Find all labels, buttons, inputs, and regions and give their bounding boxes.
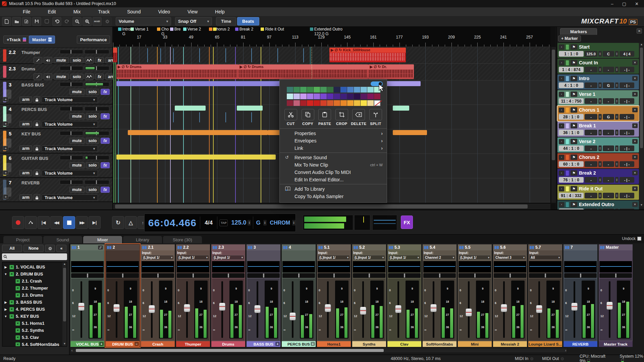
channel-strip[interactable]: 5.5 Input: (L)Input 1/ ▾ 0 6 xyxy=(458,244,492,347)
marker-key-field[interactable]: G xyxy=(603,82,614,88)
key-spinner[interactable]: ▲▼ xyxy=(615,98,619,104)
marker-position-field[interactable]: 76 : 1 : 0 xyxy=(559,177,584,183)
audio-clip[interactable] xyxy=(393,130,427,135)
marker-expand-button[interactable]: › xyxy=(559,92,564,97)
track-row[interactable]: 3 BASS BUS mute solo fx arm ▾ xyxy=(0,80,112,105)
fader-track[interactable] xyxy=(362,281,364,338)
save-project-icon[interactable] xyxy=(32,17,41,26)
key-spinner[interactable]: ▲▼ xyxy=(615,67,619,72)
eq-display[interactable] xyxy=(529,261,561,273)
mute-button[interactable]: mute xyxy=(69,113,85,119)
time-mode-button[interactable]: Time xyxy=(216,17,236,25)
marker-timesig-field[interactable]: - | - xyxy=(620,177,634,183)
input-dropdown[interactable]: (L)Input 1/ ▾ xyxy=(318,255,350,260)
fast-forward-button[interactable]: ▶▶ xyxy=(76,216,88,229)
marker-key-field[interactable]: - xyxy=(603,98,614,104)
channel-strip[interactable]: 1 Input: ▾ 0 6 12 xyxy=(70,244,105,347)
lock-icon[interactable] xyxy=(34,145,40,152)
eq-display[interactable] xyxy=(423,261,456,273)
arm-button[interactable]: arm xyxy=(19,121,32,127)
input-dropdown[interactable]: (L)Input 1/ ▾ xyxy=(353,255,385,260)
marker-delete-icon[interactable]: ✕ xyxy=(632,155,638,160)
zoom-in-icon[interactable] xyxy=(83,17,92,26)
fx-button[interactable]: fx xyxy=(101,89,110,95)
marker-tempo-field[interactable]: - xyxy=(585,82,597,88)
solo-button[interactable]: solo xyxy=(70,74,84,80)
color-swatch[interactable] xyxy=(361,100,367,106)
strip-matrix-icon[interactable] xyxy=(98,245,103,250)
pan-slider[interactable] xyxy=(494,273,526,278)
channel-strip[interactable]: 2.1 Input: (L)Input 1/ ▾ 0 6 xyxy=(141,244,175,347)
channel-name-label[interactable]: Lounge Lizard S... xyxy=(528,341,562,347)
expand-bus-button[interactable]: − xyxy=(135,342,139,346)
color-swatch[interactable] xyxy=(347,100,354,106)
speaker-icon[interactable] xyxy=(44,73,52,80)
fader-handle[interactable] xyxy=(254,305,261,313)
expand-bus-button[interactable]: + xyxy=(311,342,315,346)
eq-display[interactable] xyxy=(494,261,526,273)
tap-tempo-button[interactable]: TAP xyxy=(219,220,228,226)
fader-track[interactable] xyxy=(80,281,82,338)
track-volume-slider[interactable] xyxy=(60,66,83,70)
fader-track[interactable] xyxy=(574,281,575,338)
color-swatch[interactable] xyxy=(307,94,313,99)
menu-item-track[interactable]: Track xyxy=(98,9,109,14)
pan-slider[interactable] xyxy=(599,273,632,278)
menu-item[interactable]: ↺ Reverse Sound xyxy=(280,154,387,161)
tab-sound[interactable]: Sound xyxy=(43,236,82,243)
minimize-button[interactable]: – xyxy=(611,1,613,6)
channel-name-label[interactable]: Drums xyxy=(211,341,245,347)
color-swatch[interactable] xyxy=(334,94,340,99)
master-track-button[interactable]: Master xyxy=(29,36,55,44)
strip-header[interactable]: 5.4 xyxy=(423,244,457,250)
track-volume-slider[interactable] xyxy=(60,82,83,86)
automation-param-dropdown[interactable]: Track Volume ▾ xyxy=(42,121,98,127)
marker-timesig-field[interactable]: - | - xyxy=(620,82,634,88)
marker-timesig-field[interactable]: 4 | 4 xyxy=(620,51,634,57)
marker-delete-icon[interactable]: ✕ xyxy=(632,123,638,128)
automation-param-dropdown[interactable]: Track Volume ▾ xyxy=(42,170,98,176)
select-all-button[interactable]: All xyxy=(2,245,22,252)
loop-button[interactable]: ↻ xyxy=(112,216,124,229)
key-spinner[interactable]: ▲▼ xyxy=(615,114,619,120)
color-swatch[interactable] xyxy=(334,87,340,93)
menu-item[interactable]: Mix To New Clip ctrl + W xyxy=(280,161,387,169)
tempo-spinner[interactable]: ▲▼ xyxy=(248,220,251,226)
markers-scrollbar[interactable]: ▲▼ xyxy=(639,43,644,207)
cut-button[interactable]: CUT xyxy=(283,109,299,126)
automation-param-dropdown[interactable]: Track Volume ▾ xyxy=(42,194,98,201)
tree-checkbox[interactable]: ✕ xyxy=(9,307,14,312)
solo-button[interactable]: solo xyxy=(86,162,100,168)
channel-name-label[interactable]: DRUM BUS − xyxy=(106,341,140,347)
record-button[interactable] xyxy=(12,216,24,229)
fader-track[interactable] xyxy=(257,281,258,338)
color-swatch[interactable] xyxy=(361,94,367,99)
tree-item[interactable]: ▶ ✕ 1. VOCAL BUS xyxy=(2,263,67,270)
marker-row[interactable]: › ⚑ Start ✕ 1 : 1 : 0 125.0 ▲▼ C ▲▼ 4 | … xyxy=(557,43,639,58)
fx-button[interactable]: fx xyxy=(95,74,104,80)
channel-strip[interactable]: 4 Input: ▾ 0 6 12 xyxy=(281,244,316,347)
marker-expand-button[interactable]: › xyxy=(559,45,564,50)
marker-timesig-field[interactable]: - | - xyxy=(620,114,634,120)
menu-item-file[interactable]: File xyxy=(23,9,31,14)
marker-tempo-field[interactable]: - xyxy=(585,177,597,183)
track-meter-slider[interactable] xyxy=(85,180,109,184)
channel-name-label[interactable]: Mini xyxy=(458,341,492,347)
tree-checkbox[interactable]: ✕ xyxy=(15,293,20,298)
track-volume-slider[interactable] xyxy=(60,107,83,111)
marker-expand-button[interactable]: › xyxy=(559,123,564,128)
marker-tempo-field[interactable]: - xyxy=(585,193,597,198)
markers-close-icon[interactable]: ✕ xyxy=(637,28,642,34)
fader-track[interactable] xyxy=(468,281,470,338)
fader-track[interactable] xyxy=(151,281,153,338)
expand-bus-button[interactable]: + xyxy=(275,342,280,346)
audio-clip[interactable] xyxy=(393,106,409,111)
strip-header[interactable]: 2.3 xyxy=(211,244,245,250)
strip-header[interactable]: 1 xyxy=(70,244,104,250)
marker-timesig-field[interactable]: - | - xyxy=(620,67,634,72)
pan-slider[interactable] xyxy=(212,273,245,278)
marker-color-chip[interactable] xyxy=(566,76,569,81)
eq-display[interactable] xyxy=(71,261,104,273)
fader-track[interactable] xyxy=(186,281,188,338)
fader-track[interactable] xyxy=(116,281,117,338)
